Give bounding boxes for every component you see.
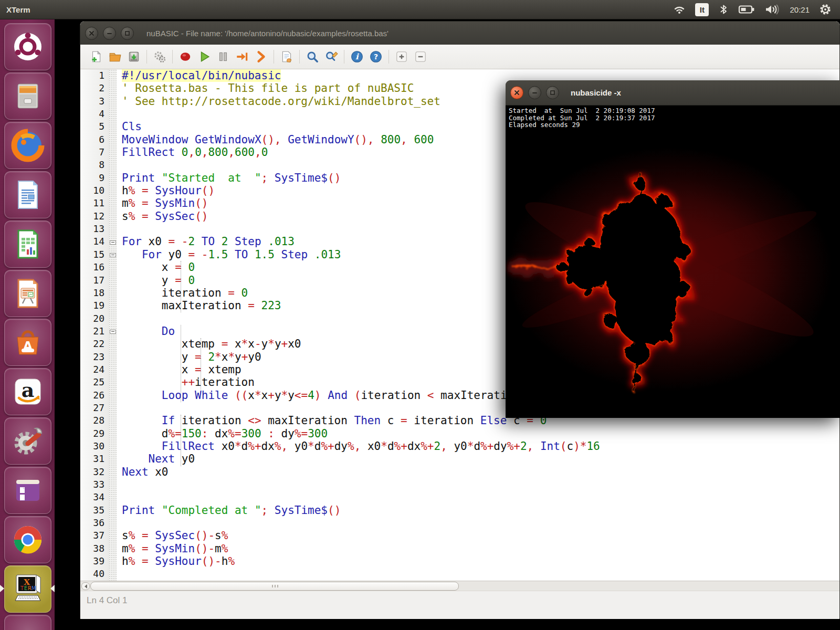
code-line-33[interactable] xyxy=(122,478,839,491)
line-number: 23 xyxy=(80,351,104,363)
find-replace-button[interactable] xyxy=(322,48,340,66)
code-line-40[interactable] xyxy=(122,568,839,580)
files-icon xyxy=(11,79,45,113)
run-button[interactable] xyxy=(195,48,213,66)
launcher-item-chrome[interactable] xyxy=(4,516,51,563)
record-button[interactable] xyxy=(176,48,194,66)
info-button[interactable]: i xyxy=(348,48,366,66)
line-number: 19 xyxy=(80,299,104,312)
line-number: 24 xyxy=(80,363,104,376)
launcher-item-libreoffice-calc[interactable] xyxy=(4,220,51,268)
top-menu-bar[interactable]: XTerm It20:21 xyxy=(0,0,840,19)
cursor-position: Ln 4 Col 1 xyxy=(87,595,128,605)
line-number: 18 xyxy=(80,287,104,299)
focused-indicator-arrow xyxy=(50,585,55,592)
fold-margin[interactable] xyxy=(108,69,117,581)
output-canvas: Started at Sun Jul 2 20:19:08 2017Comple… xyxy=(506,105,840,418)
code-line-32[interactable]: Next x0 xyxy=(122,466,839,478)
minimize-window-button[interactable] xyxy=(528,86,541,99)
wifi-icon[interactable] xyxy=(673,4,686,15)
run-script-button[interactable] xyxy=(278,48,296,66)
indent-guide xyxy=(181,261,181,312)
dash-ubuntu-icon xyxy=(11,30,45,64)
keyboard-layout-icon[interactable]: It xyxy=(695,3,709,16)
line-number: 7 xyxy=(80,146,104,159)
save-file-icon xyxy=(127,50,141,64)
line-number: 26 xyxy=(80,389,104,402)
code-line-31[interactable]: Next y0 xyxy=(122,453,839,465)
scrollbar-thumb[interactable] xyxy=(90,582,459,591)
launcher-item-libreoffice-writer[interactable] xyxy=(4,171,51,218)
code-line-29[interactable]: d%=150: dx%=300 : dy%=300 xyxy=(122,427,839,440)
session-gear-icon[interactable] xyxy=(819,3,832,16)
svg-text:M: M xyxy=(32,585,36,591)
close-window-button[interactable] xyxy=(510,86,523,99)
volume-icon[interactable] xyxy=(764,4,780,15)
code-line-30[interactable]: FillRect x0*d%+dx%, y0*d%+dy%, x0*d%+dx%… xyxy=(122,440,839,453)
toolbar-separator xyxy=(146,50,147,64)
fold-marker[interactable] xyxy=(110,330,116,334)
help-button[interactable]: ? xyxy=(367,48,385,66)
scroll-left-button[interactable] xyxy=(81,582,90,590)
zoom-out-button[interactable] xyxy=(412,48,429,66)
launcher-item-xterm[interactable]: XTERM xyxy=(4,565,51,613)
close-window-button[interactable] xyxy=(85,27,98,40)
scrollbar-grip xyxy=(272,585,278,587)
launcher-item-unknown-partial[interactable] xyxy=(4,615,51,630)
launcher-item-firefox[interactable] xyxy=(4,122,51,169)
battery-icon[interactable] xyxy=(738,4,755,15)
minimize-window-button[interactable] xyxy=(103,27,116,40)
open-file-button[interactable] xyxy=(106,48,124,66)
zoom-in-button[interactable] xyxy=(393,48,411,66)
step-over-button[interactable] xyxy=(252,48,270,66)
launcher-item-software-center[interactable]: A xyxy=(4,319,51,366)
save-file-button[interactable] xyxy=(125,48,143,66)
zoom-out-icon xyxy=(414,50,427,64)
code-line-37[interactable]: s% = SysSec()-s% xyxy=(122,529,839,542)
launcher-item-amazon[interactable]: a xyxy=(4,368,51,415)
svg-text:T: T xyxy=(20,585,24,591)
clock-icon[interactable]: 20:21 xyxy=(790,5,810,14)
line-number: 34 xyxy=(80,491,104,503)
code-line-38[interactable]: m% = SysMin()-m% xyxy=(122,542,839,555)
code-line-39[interactable]: h% = SysHour()-h% xyxy=(122,555,839,568)
new-file-button[interactable] xyxy=(87,48,105,66)
unknown-partial-icon xyxy=(11,622,45,630)
maximize-window-button[interactable] xyxy=(546,86,559,99)
indent-guide xyxy=(181,325,181,402)
maximize-window-button[interactable] xyxy=(121,27,134,40)
horizontal-scrollbar[interactable] xyxy=(80,581,839,591)
launcher-item-system-settings[interactable] xyxy=(4,417,51,465)
find-button[interactable] xyxy=(303,48,321,66)
svg-text:E: E xyxy=(24,585,27,591)
launcher-item-files[interactable] xyxy=(4,72,51,120)
toolbar-separator xyxy=(388,50,389,64)
launcher-item-libreoffice-impress[interactable] xyxy=(4,270,51,317)
line-number: 37 xyxy=(80,529,104,542)
toolbar-separator xyxy=(274,50,274,64)
svg-text:?: ? xyxy=(374,52,378,61)
step-into-button[interactable] xyxy=(233,48,251,66)
unity-launcher[interactable]: AaXTERM xyxy=(0,19,55,630)
build-settings-button[interactable] xyxy=(151,48,169,66)
ide-window-buttons xyxy=(80,27,134,40)
line-number: 6 xyxy=(80,133,104,146)
launcher-item-dash-ubuntu[interactable] xyxy=(4,23,51,70)
ide-toolbar: i? xyxy=(80,45,839,69)
line-number: 13 xyxy=(80,223,104,235)
output-title-bar[interactable]: nubasicide -x xyxy=(506,80,840,105)
fold-marker[interactable] xyxy=(110,253,116,257)
code-line-35[interactable]: Print "Completed at "; SysTime$() xyxy=(122,504,839,517)
line-number-gutter: 1234567891011121314151617181920212223242… xyxy=(80,69,108,581)
pause-button[interactable] xyxy=(214,48,232,66)
code-line-34[interactable] xyxy=(122,491,839,503)
launcher-item-purple-app[interactable] xyxy=(4,467,51,514)
indent-guide xyxy=(201,338,201,390)
line-number: 38 xyxy=(80,542,104,555)
ide-title-bar[interactable]: nuBASIC - File name: '/home/antonino/nub… xyxy=(80,22,839,45)
bluetooth-icon[interactable] xyxy=(718,4,729,15)
fold-marker[interactable] xyxy=(110,240,116,245)
libreoffice-writer-icon xyxy=(11,178,45,212)
line-number: 28 xyxy=(80,414,104,427)
code-line-36[interactable] xyxy=(122,517,839,529)
